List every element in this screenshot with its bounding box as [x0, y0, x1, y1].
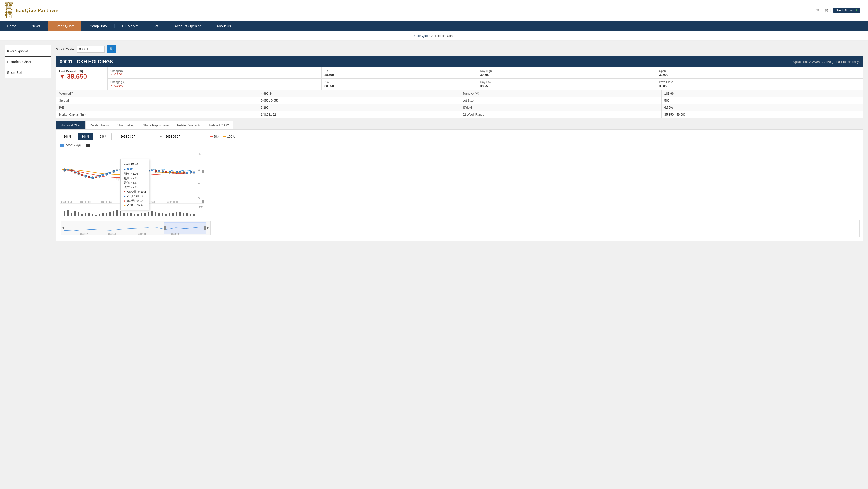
- svg-rect-120: [169, 213, 170, 216]
- mini-drag-right[interactable]: [204, 226, 206, 230]
- stock-code-input[interactable]: [76, 46, 104, 53]
- svg-rect-93: [74, 211, 75, 216]
- svg-rect-111: [137, 214, 138, 216]
- breadcrumb-link[interactable]: Stock Quote: [413, 34, 430, 37]
- tab-related-news[interactable]: Related News: [86, 121, 113, 130]
- tab-historical-chart[interactable]: Historical Chart: [56, 121, 86, 130]
- ma50-label: 50天: [214, 135, 220, 139]
- table-row: P/E 6.299 %Yield 6.55%: [56, 104, 863, 111]
- change-pct-label: Change (%): [111, 81, 318, 84]
- svg-text:2023-10: 2023-10: [108, 233, 116, 235]
- svg-rect-119: [165, 214, 167, 216]
- pe-label: P/E: [56, 104, 258, 111]
- nav-account-opening[interactable]: Account Opening: [167, 21, 209, 31]
- tooltip-ma100: ● ●100天: 39.95: [124, 203, 146, 208]
- date-from-input[interactable]: [119, 134, 158, 139]
- day-low-label: Day Low: [480, 81, 653, 84]
- tooltip-high: 最高: 42.25: [124, 176, 146, 181]
- logo-text: ───────────────── BaoQiao Partners ─────…: [16, 4, 59, 16]
- candle-legend-black: [86, 144, 90, 147]
- svg-rect-70: [172, 172, 174, 173]
- top-bar: 寶橋 ───────────────── BaoQiao Partners ──…: [0, 0, 868, 21]
- resize-up[interactable]: [202, 170, 204, 173]
- svg-rect-92: [71, 212, 72, 216]
- nav-news[interactable]: News: [25, 21, 48, 31]
- last-price-cell: Last Price (HKD) ▼ 38.650: [56, 67, 107, 90]
- data-grid: Volume(K) 4,690.34 Turnover(M) 181.66 Sp…: [56, 90, 863, 118]
- prev-close-value: 38.850: [659, 84, 860, 88]
- svg-rect-74: [179, 171, 181, 173]
- tooltip-ma10-dot: ●: [124, 195, 126, 198]
- svg-rect-105: [116, 210, 118, 216]
- nav-comp-info[interactable]: Comp. Info: [83, 21, 114, 31]
- stock-header: 00001 - CKH HOLDINGS Update time 2024/06…: [56, 56, 863, 67]
- sidebar-item-historical-chart[interactable]: Historical Chart: [5, 57, 51, 67]
- svg-rect-78: [186, 172, 188, 173]
- stock-code-row: Stock Code 🔍: [56, 45, 863, 53]
- content-area: Stock Code 🔍 00001 - CKH HOLDINGS Update…: [56, 45, 863, 488]
- tab-related-cbbc[interactable]: Related CBBC: [205, 121, 234, 130]
- tooltip-vol: ● ●成交量: 6.25M: [124, 190, 146, 194]
- stock-search-button[interactable]: Stock Search 8: [833, 8, 860, 13]
- mini-nav-right: ▶: [207, 226, 209, 229]
- search-button[interactable]: 🔍: [107, 45, 117, 53]
- candle-legend-label: 00001 - 長和: [66, 144, 82, 148]
- nav-hk-market[interactable]: HK Market: [115, 21, 146, 31]
- search-icon: 🔍: [110, 47, 114, 51]
- period-3m-button[interactable]: 3個月: [78, 133, 93, 140]
- week52-value: 35.350 - 49.600: [661, 111, 863, 118]
- svg-rect-124: [183, 212, 184, 216]
- spread-value: 0.050 / 0.050: [258, 97, 460, 104]
- svg-text:35: 35: [198, 183, 201, 186]
- nav-home[interactable]: Home: [0, 21, 23, 31]
- volume-bars: [64, 210, 195, 216]
- svg-rect-32: [106, 173, 107, 175]
- yield-label: %Yield: [460, 104, 662, 111]
- lot-size-label: Lot Size: [460, 97, 662, 104]
- last-price-value: ▼ 38.650: [59, 73, 104, 80]
- nav-ipo[interactable]: IPO: [147, 21, 167, 31]
- price-table: Last Price (HKD) ▼ 38.650 Change($) ▼ 0.…: [56, 67, 863, 90]
- nav-about-us[interactable]: About Us: [210, 21, 238, 31]
- turnover-value: 181.66: [661, 90, 863, 97]
- svg-rect-34: [109, 172, 111, 174]
- svg-rect-64: [162, 171, 164, 172]
- bid-label: Bid: [324, 69, 474, 73]
- svg-rect-68: [169, 171, 170, 173]
- mini-chart-container: 2023-07 2023-10 2024-01 2024-04 ◀ ▶: [60, 220, 860, 237]
- lang-simp-link[interactable]: 簡: [825, 8, 828, 12]
- svg-rect-101: [102, 213, 104, 216]
- nav-stock-quote[interactable]: Stock Quote: [48, 21, 82, 31]
- spread-label: Spread: [56, 97, 258, 104]
- candle-legend-blue: [60, 144, 64, 147]
- sidebar-item-short-sell[interactable]: Short Sell: [5, 67, 51, 78]
- day-high-cell: Day High 39.200: [477, 67, 656, 79]
- mini-chart-svg: 2023-07 2023-10 2024-01 2024-04 ◀ ▶: [61, 221, 211, 235]
- svg-rect-116: [155, 212, 156, 216]
- prev-close-cell: Prev. Close 38.850: [656, 79, 863, 90]
- mini-drag-left[interactable]: [164, 226, 166, 230]
- ask-value: 38.650: [324, 84, 474, 88]
- change-pct-arrow: ▼: [111, 84, 114, 87]
- tab-share-repurchase[interactable]: Share Repurchase: [139, 121, 173, 130]
- logo-area: 寶橋 ───────────────── BaoQiao Partners ──…: [5, 2, 59, 19]
- table-row: Market Capital ($m) 148,031.22 52 Week R…: [56, 111, 863, 118]
- svg-rect-128: [164, 222, 206, 234]
- tab-short-selling[interactable]: Short Selling: [113, 121, 139, 130]
- down-arrow-icon: ▼: [59, 73, 66, 80]
- svg-text:2024-01: 2024-01: [138, 233, 146, 235]
- sidebar-item-stock-quote[interactable]: Stock Quote: [5, 45, 51, 57]
- period-1m-button[interactable]: 1個月: [60, 133, 75, 140]
- tooltip-low: 最低: 41.6: [124, 181, 146, 185]
- ma100-legend: 100天: [223, 135, 235, 139]
- svg-text:2024-04-22: 2024-04-22: [101, 201, 112, 203]
- period-6m-button[interactable]: 6個月: [96, 133, 111, 140]
- tooltip-open: 開市: 41.95: [124, 172, 146, 176]
- resize-down[interactable]: [202, 200, 204, 203]
- date-to-input[interactable]: [164, 134, 203, 139]
- tooltip-vol-dot: ●: [124, 190, 126, 193]
- svg-rect-103: [109, 212, 111, 216]
- lang-trad-link[interactable]: 繁: [816, 8, 819, 12]
- svg-rect-125: [186, 213, 188, 216]
- tab-related-warrants[interactable]: Related Warrants: [173, 121, 205, 130]
